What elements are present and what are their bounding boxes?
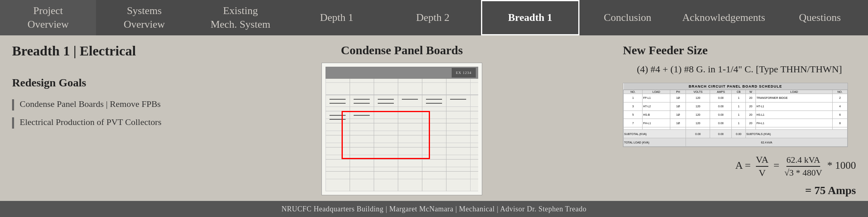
goal-item-2: Electrical Production of PVT Collectors	[12, 116, 181, 129]
goal-item-1: Condense Panel Boards | Remove FPBs	[12, 98, 181, 111]
nav-questions[interactable]: Questions	[772, 0, 868, 35]
right-panel: New Feeder Size (4) #4 + (1) #8 G. in 1-…	[623, 43, 856, 197]
nav-depth2[interactable]: Depth 2	[385, 0, 481, 35]
sched-col-load: LOAD	[643, 90, 670, 94]
nav-depth1[interactable]: Depth 1	[289, 0, 385, 35]
formula-fraction-va: VA V	[756, 154, 769, 178]
feeder-title: New Feeder Size	[623, 43, 856, 57]
amp-result: = 75 Amps	[623, 184, 856, 197]
nav-conclusion[interactable]: Conclusion	[579, 0, 676, 35]
nav-acknowledgements[interactable]: Acknowledgements	[676, 0, 772, 35]
goal-label-1: Condense Panel Boards | Remove FPBs	[20, 98, 161, 111]
nav-breadth1[interactable]: Breadth 1	[481, 0, 579, 35]
sched-col-load2: LOAD	[756, 90, 833, 94]
nav-existing-mech[interactable]: ExistingMech. System	[192, 0, 289, 35]
sched-col-a: AMPS	[710, 90, 732, 94]
goal-bar-2	[12, 117, 14, 129]
condense-title: Condense Panel Boards	[341, 43, 463, 57]
goal-label-2: Electrical Production of PVT Collectors	[20, 116, 162, 129]
sched-footer-2: TOTAL LOAD (KVA) 62.4 kVA	[624, 138, 848, 147]
sched-col-ph: PH	[670, 90, 686, 94]
formula-mult: * 1000	[827, 160, 856, 171]
center-panel: Condense Panel Boards EX 1234	[193, 43, 611, 197]
schedule-header: BRANCH CIRCUIT PANEL BOARD SCHEDULE	[624, 83, 848, 90]
sched-col-no: NO.	[624, 90, 643, 94]
page-title: Breadth 1 | Electrical	[12, 43, 181, 59]
drawing-grid: EX 1234	[326, 67, 478, 191]
sched-col-no2: NO.	[833, 90, 848, 94]
sched-footer-1: SUBTOTAL (KVA) 0.00 0.00 0.00 SUBTOTALS …	[624, 130, 848, 138]
highlight-box	[342, 111, 430, 159]
redesign-goals-header: Redesign Goals	[12, 76, 181, 89]
amp-formula: A = VA V = 62.4 kVA √3 * 480V * 1000	[623, 154, 856, 178]
formula-fraction-value: 62.4 kVA √3 * 480V	[784, 155, 822, 178]
sched-col-v: VOLTS	[686, 90, 710, 94]
footer: NRUCFC Headquarters Building | Margaret …	[0, 201, 868, 217]
left-panel: Breadth 1 | Electrical Redesign Goals Co…	[12, 43, 181, 197]
sched-row-1: 1 FP-L1 1Ø 120 0.00 1 20 TRANSFORMER BID…	[624, 94, 848, 102]
main-content: Breadth 1 | Electrical Redesign Goals Co…	[0, 35, 868, 201]
nav-project-overview[interactable]: ProjectOverview	[0, 0, 96, 35]
sched-row-4: 7 FH-L1 1Ø 120 0.00 1 20 FH-L1 8	[624, 119, 848, 127]
goal-bar-1	[12, 99, 14, 111]
nav-systems-overview[interactable]: SystemsOverview	[96, 0, 192, 35]
footer-text: NRUCFC Headquarters Building | Margaret …	[282, 205, 587, 213]
feeder-wire-spec: (4) #4 + (1) #8 G. in 1-1/4" C. [Type TH…	[623, 62, 856, 76]
navigation-bar: ProjectOverview SystemsOverview Existing…	[0, 0, 868, 35]
sched-col-wire: W	[745, 90, 755, 94]
formula-equals2: =	[774, 160, 782, 171]
schedule-diagram: BRANCH CIRCUIT PANEL BOARD SCHEDULE NO. …	[623, 83, 848, 147]
panel-board-diagram: EX 1234	[321, 63, 482, 195]
formula-a-equals: A =	[735, 160, 753, 171]
sched-col-cb: CB	[732, 90, 746, 94]
sched-row-3: 5 HS-B 1Ø 120 0.00 1 20 HS-L1 6	[624, 111, 848, 119]
drawing-header: EX 1234	[326, 67, 478, 79]
drawing-logo: EX 1234	[452, 68, 476, 78]
sched-row-2: 3 HT-L2 1Ø 120 0.00 1 20 HT-L1 4	[624, 102, 848, 111]
